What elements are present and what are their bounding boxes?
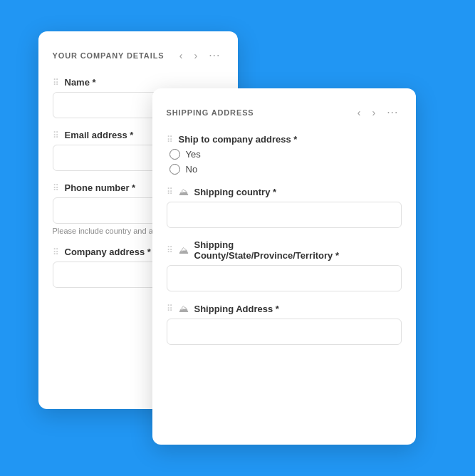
shipping-country-field-group: ⠿ ⛰ Shipping country *: [167, 186, 402, 228]
shipping-address-label-row: ⠿ ⛰ Shipping Address *: [167, 303, 402, 314]
shipping-country-drag-handle[interactable]: ⠿: [167, 187, 173, 197]
shipping-county-drag-handle[interactable]: ⠿: [167, 245, 173, 255]
shipping-more-button[interactable]: ···: [384, 105, 401, 120]
name-label-row: ⠿ Name *: [53, 77, 224, 88]
shipping-card-header: SHIPPING ADDRESS ‹ › ···: [167, 105, 402, 120]
company-prev-button[interactable]: ‹: [177, 49, 186, 62]
phone-drag-handle[interactable]: ⠿: [53, 183, 59, 193]
ship-to-company-no-option[interactable]: No: [169, 164, 402, 175]
shipping-card-nav: ‹ › ···: [355, 105, 402, 120]
email-label: Email address *: [65, 130, 134, 140]
shipping-county-label: ShippingCounty/State/Province/Territory …: [194, 239, 339, 261]
company-address-label: Company address *: [65, 247, 151, 257]
ship-to-company-no-radio[interactable]: [169, 164, 180, 175]
company-more-button[interactable]: ···: [206, 48, 223, 63]
company-next-button[interactable]: ›: [191, 49, 200, 62]
shipping-country-label: Shipping country *: [194, 187, 277, 197]
ship-to-company-yes-radio[interactable]: [169, 149, 180, 160]
ship-to-company-yes-label: Yes: [186, 149, 201, 160]
company-card-nav: ‹ › ···: [177, 48, 224, 63]
shipping-prev-button[interactable]: ‹: [355, 106, 364, 119]
ship-to-company-label: Ship to company address *: [179, 134, 298, 145]
shipping-county-icon: ⛰: [179, 244, 189, 256]
ship-to-company-field-group: ⠿ Ship to company address * Yes No: [167, 134, 402, 175]
shipping-card-title: SHIPPING ADDRESS: [167, 108, 254, 117]
company-card-title: YOUR COMPANY DETAILS: [53, 51, 165, 60]
shipping-county-label-row: ⠿ ⛰ ShippingCounty/State/Province/Territ…: [167, 239, 402, 261]
shipping-address-field-group: ⠿ ⛰ Shipping Address *: [167, 303, 402, 345]
shipping-country-icon: ⛰: [179, 186, 189, 197]
ship-to-company-radio-group: Yes No: [169, 149, 402, 175]
ship-to-company-no-label: No: [186, 164, 198, 175]
cards-container: YOUR COMPANY DETAILS ‹ › ··· ⠿ Name * ⠿ …: [38, 31, 437, 445]
shipping-country-input[interactable]: [167, 202, 402, 228]
phone-label: Phone number *: [65, 182, 136, 193]
shipping-address-card: SHIPPING ADDRESS ‹ › ··· ⠿ Ship to compa…: [152, 88, 416, 445]
name-drag-handle[interactable]: ⠿: [53, 78, 59, 88]
shipping-county-field-group: ⠿ ⛰ ShippingCounty/State/Province/Territ…: [167, 239, 402, 291]
ship-to-company-yes-option[interactable]: Yes: [169, 149, 402, 160]
ship-to-company-drag-handle[interactable]: ⠿: [167, 135, 173, 145]
company-card-header: YOUR COMPANY DETAILS ‹ › ···: [53, 48, 224, 63]
ship-to-company-label-row: ⠿ Ship to company address *: [167, 134, 402, 145]
shipping-address-icon: ⛰: [179, 303, 189, 314]
email-drag-handle[interactable]: ⠿: [53, 130, 59, 140]
company-address-drag-handle[interactable]: ⠿: [53, 247, 59, 257]
shipping-county-input[interactable]: [167, 265, 402, 291]
shipping-address-drag-handle[interactable]: ⠿: [167, 304, 173, 314]
shipping-next-button[interactable]: ›: [369, 106, 378, 119]
shipping-country-label-row: ⠿ ⛰ Shipping country *: [167, 186, 402, 197]
shipping-address-input[interactable]: [167, 319, 402, 345]
shipping-address-label: Shipping Address *: [194, 304, 279, 314]
name-label: Name *: [65, 77, 96, 88]
